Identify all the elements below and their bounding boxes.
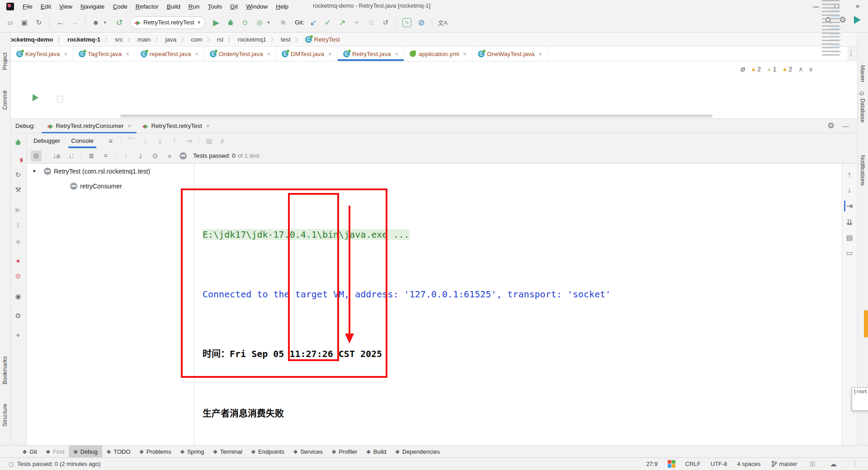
back-icon[interactable]: ← bbox=[55, 17, 66, 28]
thread-dump-camera-icon[interactable]: ◉ bbox=[13, 291, 24, 302]
vcs-push-icon[interactable]: ↗ bbox=[337, 17, 348, 28]
user-caret-icon[interactable]: ▾ bbox=[99, 17, 110, 28]
menu-item[interactable]: Window bbox=[242, 3, 272, 10]
close-button[interactable]: × bbox=[847, 0, 868, 13]
slash-circle-icon[interactable]: ⊘ bbox=[416, 17, 427, 28]
highlighting-off-icon[interactable]: ⌀ bbox=[741, 64, 745, 74]
editor-tab[interactable]: C RetryTest.java × bbox=[338, 47, 404, 61]
menu-item[interactable]: Refactor bbox=[132, 3, 163, 10]
cloud-settings-icon[interactable]: ☁ bbox=[830, 459, 837, 470]
editor-tab[interactable]: C repeatTest.java × bbox=[135, 47, 204, 61]
pin-tab-icon[interactable]: ⌖ bbox=[13, 330, 24, 341]
run-anything-icon[interactable] bbox=[852, 14, 863, 25]
lock-icon[interactable]: ⚿ bbox=[809, 459, 816, 470]
debug-button[interactable] bbox=[225, 17, 236, 28]
menu-item[interactable]: File bbox=[19, 3, 37, 10]
coverage-caret-icon[interactable]: ▾ bbox=[263, 17, 274, 28]
breadcrumb-item[interactable]: rocketmq-1 bbox=[66, 36, 101, 43]
page-down-icon[interactable]: ⇊ bbox=[844, 217, 855, 228]
menu-item[interactable]: Help bbox=[272, 3, 292, 10]
vcs-commit-icon[interactable]: ✓ bbox=[322, 17, 333, 28]
breadcrumb-item[interactable]: rocketmq1 bbox=[237, 36, 267, 43]
sort-by-duration-icon[interactable]: ↓: bbox=[66, 150, 76, 161]
rerun-icon[interactable]: 9 bbox=[13, 153, 24, 164]
close-session-icon[interactable]: × bbox=[206, 122, 210, 129]
tool-window-button[interactable]: ◆ Debug bbox=[69, 446, 102, 458]
run-test-gutter-icon[interactable] bbox=[33, 94, 38, 101]
vcs-update-icon[interactable]: ↙ bbox=[308, 17, 319, 28]
debugger-settings-wrench-icon[interactable]: ⚒ bbox=[13, 184, 24, 195]
menu-item[interactable]: Navigate bbox=[76, 3, 108, 10]
debug-settings-gear-icon[interactable]: ⚙ bbox=[826, 120, 836, 131]
editor-tab[interactable]: C OneWayTest.java × bbox=[472, 47, 548, 61]
more-actions-icon[interactable]: » bbox=[164, 150, 175, 161]
show-ignored-icon[interactable]: ⊘ bbox=[31, 150, 42, 161]
debug-tool-icon[interactable] bbox=[13, 137, 24, 148]
tool-window-button[interactable]: ◆ Terminal bbox=[208, 446, 246, 458]
sidebar-item-maven[interactable]: Maven bbox=[859, 65, 866, 82]
tool-window-button[interactable]: ◆ TODO bbox=[102, 446, 135, 458]
editor-tab[interactable]: C KeyTest.java × bbox=[11, 47, 73, 61]
tool-window-button[interactable]: ◆ Endpoints bbox=[247, 446, 289, 458]
sync-icon[interactable]: ↻ bbox=[33, 17, 44, 28]
breadcrumb-item[interactable]: test bbox=[280, 36, 292, 43]
menu-item[interactable]: View bbox=[55, 3, 76, 10]
git-branch-widget[interactable]: master bbox=[771, 461, 797, 467]
sidebar-item-commit[interactable]: Commit bbox=[2, 90, 8, 110]
tool-window-button[interactable]: ◆ Build bbox=[362, 446, 391, 458]
breadcrumb-item[interactable]: main bbox=[137, 36, 151, 43]
sidebar-item-database[interactable]: Database bbox=[859, 99, 866, 123]
breadcrumb-item[interactable]: com bbox=[190, 36, 203, 43]
prev-problem-icon[interactable]: ∧ bbox=[798, 66, 803, 73]
editor-hscrollbar[interactable] bbox=[120, 114, 712, 118]
tool-window-button[interactable]: ◆ Spring bbox=[176, 446, 209, 458]
chevron-down-icon[interactable]: ▾ bbox=[33, 168, 41, 174]
cherry-pick-icon[interactable]: ✦ bbox=[351, 17, 362, 28]
close-tab-icon[interactable]: × bbox=[267, 51, 270, 57]
run-button[interactable]: ▶ bbox=[211, 17, 222, 28]
save-all-icon[interactable]: ▣ bbox=[19, 17, 30, 28]
debug-view-tab[interactable]: Debugger bbox=[28, 133, 66, 148]
inspections-widget[interactable]: ⌀ ▲2 ▲1 ▲2 ∧ ∨ bbox=[741, 64, 813, 74]
breadcrumb-item[interactable]: rocketmq-demo bbox=[6, 36, 54, 43]
tool-window-button[interactable]: ◆ Profiler bbox=[327, 446, 362, 458]
close-session-icon[interactable]: × bbox=[128, 122, 132, 129]
hide-panel-icon[interactable]: — bbox=[840, 120, 851, 131]
menu-item[interactable]: Edit bbox=[37, 3, 55, 10]
tool-window-button[interactable]: ◆ Services bbox=[289, 446, 327, 458]
test-tree[interactable]: ▾ RetryTest (com.rsl.rocketmq1.test) ret… bbox=[27, 164, 194, 445]
layout-menu-icon[interactable]: ≡ bbox=[105, 136, 116, 146]
tests-summary-status[interactable]: Tests passed: 0 (2 minutes ago) bbox=[17, 461, 100, 467]
expand-all-icon[interactable]: ≣ bbox=[86, 150, 97, 161]
next-test-icon[interactable]: ↓ bbox=[135, 150, 146, 161]
maven-reload-icon[interactable]: ↺ bbox=[114, 17, 125, 28]
color-squares-icon[interactable] bbox=[668, 460, 675, 468]
breadcrumb-item[interactable]: src bbox=[114, 36, 124, 43]
next-problem-icon[interactable]: ∨ bbox=[809, 66, 813, 73]
minimap[interactable] bbox=[821, 0, 846, 57]
collapse-all-icon[interactable]: = bbox=[100, 150, 111, 161]
menu-item[interactable]: Tools bbox=[204, 3, 226, 10]
debug-view-tab[interactable]: Console bbox=[66, 133, 99, 148]
profile-button[interactable]: ⊙ bbox=[240, 17, 250, 28]
breadcrumb-item[interactable]: java bbox=[164, 36, 177, 43]
sidebar-item-structure[interactable]: Structure bbox=[2, 404, 8, 427]
close-tab-icon[interactable]: × bbox=[538, 51, 542, 57]
clear-console-icon[interactable]: ▭ bbox=[844, 248, 855, 258]
sort-alphabetically-icon[interactable]: ↓a bbox=[51, 150, 62, 161]
rollback-icon[interactable]: ↺ bbox=[380, 17, 391, 28]
editor-tab[interactable]: C DMTest.java × bbox=[276, 47, 338, 61]
line-ending-selector[interactable]: CRLF bbox=[685, 461, 701, 467]
tool-window-button[interactable]: ◆ Dependencies bbox=[391, 446, 444, 458]
run-config-selector[interactable]: RetryTest.retryTest ▾ bbox=[130, 16, 205, 29]
sidebar-item-bookmarks[interactable]: Bookmarks bbox=[2, 356, 8, 385]
editor-tab[interactable]: C OrderlyTest.java × bbox=[204, 47, 276, 61]
test-tree-row[interactable]: ▾ RetryTest (com.rsl.rocketmq1.test) bbox=[27, 164, 194, 179]
test-history-icon[interactable]: ⊙ bbox=[150, 150, 160, 161]
forward-icon[interactable]: → bbox=[69, 17, 80, 28]
close-tab-icon[interactable]: × bbox=[195, 51, 198, 57]
editor-tab[interactable]: application.yml × bbox=[404, 47, 472, 61]
code-editor[interactable]: 34 35 36 37 @Test public void retryConsu… bbox=[11, 61, 857, 118]
menu-item[interactable]: Code bbox=[108, 3, 131, 10]
translate-icon[interactable]: 文A bbox=[437, 17, 448, 28]
